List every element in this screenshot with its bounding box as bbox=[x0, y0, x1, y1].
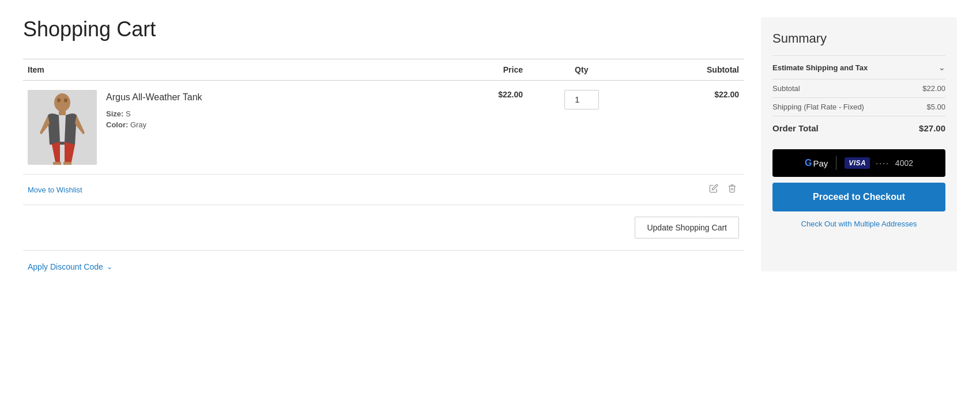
discount-label: Apply Discount Code bbox=[28, 262, 103, 271]
checkout-button[interactable]: Proceed to Checkout bbox=[772, 183, 945, 211]
qty-input[interactable] bbox=[564, 90, 599, 109]
svg-point-5 bbox=[57, 99, 61, 103]
color-value: Gray bbox=[130, 120, 146, 129]
actions-cell: Move to Wishlist bbox=[28, 181, 739, 198]
page-container: Shopping Cart Item Price Qty Subtotal bbox=[0, 0, 980, 289]
trash-icon bbox=[728, 184, 737, 193]
gpay-divider bbox=[836, 156, 836, 170]
order-total-label: Order Total bbox=[772, 123, 819, 133]
shipping-value: $5.00 bbox=[926, 103, 945, 111]
subtotal-line: Subtotal $22.00 bbox=[772, 79, 945, 97]
shipping-estimate-row[interactable]: Estimate Shipping and Tax ⌄ bbox=[772, 55, 945, 79]
product-image-svg bbox=[28, 90, 97, 165]
product-name: Argus All-Weather Tank bbox=[106, 92, 202, 103]
visa-last4: 4002 bbox=[895, 158, 913, 168]
col-price-header: Price bbox=[420, 59, 528, 81]
svg-point-6 bbox=[64, 99, 67, 103]
edit-icon bbox=[709, 184, 718, 193]
size-value: S bbox=[126, 109, 131, 118]
product-image bbox=[28, 90, 97, 165]
size-label: Size: bbox=[106, 109, 123, 118]
subtotal-label: Subtotal bbox=[772, 84, 800, 93]
edit-button[interactable] bbox=[707, 181, 721, 198]
product-details: Argus All-Weather Tank Size: S Color: Gr… bbox=[106, 90, 202, 131]
gpay-logo: G Pay bbox=[805, 158, 828, 168]
cart-footer: Update Shopping Cart bbox=[23, 205, 744, 251]
svg-rect-4 bbox=[63, 162, 71, 165]
visa-dots: ···· bbox=[876, 158, 889, 168]
cart-table-header: Item Price Qty Subtotal bbox=[23, 59, 744, 81]
apply-discount-button[interactable]: Apply Discount Code ⌄ bbox=[28, 262, 112, 271]
shipping-label: Shipping (Flat Rate - Fixed) bbox=[772, 103, 864, 111]
summary-title: Summary bbox=[772, 31, 945, 46]
wishlist-link[interactable]: Move to Wishlist bbox=[28, 186, 82, 194]
col-item-header: Item bbox=[23, 59, 420, 81]
order-total-value: $27.00 bbox=[919, 123, 945, 133]
chevron-down-icon: ⌄ bbox=[107, 263, 112, 271]
qty-cell bbox=[527, 81, 636, 175]
col-qty-header: Qty bbox=[527, 59, 636, 81]
update-cart-button[interactable]: Update Shopping Cart bbox=[635, 217, 739, 239]
svg-point-1 bbox=[54, 93, 70, 112]
actions-row: Move to Wishlist bbox=[23, 175, 744, 205]
visa-badge: VISA bbox=[845, 157, 870, 169]
col-subtotal-header: Subtotal bbox=[636, 59, 744, 81]
subtotal-value: $22.00 bbox=[922, 84, 945, 93]
cart-table-body: Argus All-Weather Tank Size: S Color: Gr… bbox=[23, 81, 744, 205]
cart-table: Item Price Qty Subtotal bbox=[23, 59, 744, 205]
page-title: Shopping Cart bbox=[23, 17, 744, 41]
item-cell: Argus All-Weather Tank Size: S Color: Gr… bbox=[23, 81, 420, 175]
order-total-line: Order Total $27.00 bbox=[772, 116, 945, 140]
delete-button[interactable] bbox=[725, 181, 739, 198]
summary-sidebar: Summary Estimate Shipping and Tax ⌄ Subt… bbox=[761, 17, 957, 271]
actions-cell-container: Move to Wishlist bbox=[23, 175, 744, 205]
subtotal-cell: $22.00 bbox=[636, 81, 744, 175]
product-cell: Argus All-Weather Tank Size: S Color: Gr… bbox=[28, 90, 415, 165]
svg-rect-2 bbox=[59, 111, 66, 115]
product-color: Color: Gray bbox=[106, 120, 202, 129]
color-label: Color: bbox=[106, 120, 128, 129]
chevron-down-icon: ⌄ bbox=[938, 63, 945, 72]
table-row: Argus All-Weather Tank Size: S Color: Gr… bbox=[23, 81, 744, 175]
shipping-line: Shipping (Flat Rate - Fixed) $5.00 bbox=[772, 97, 945, 116]
main-content: Shopping Cart Item Price Qty Subtotal bbox=[23, 17, 744, 271]
discount-section: Apply Discount Code ⌄ bbox=[23, 251, 744, 271]
product-size: Size: S bbox=[106, 109, 202, 118]
price-cell: $22.00 bbox=[420, 81, 528, 175]
table-header-row: Item Price Qty Subtotal bbox=[23, 59, 744, 81]
gpay-button[interactable]: G Pay VISA ···· 4002 bbox=[772, 149, 945, 177]
action-icons bbox=[707, 181, 739, 198]
shipping-estimate-label: Estimate Shipping and Tax bbox=[772, 63, 868, 72]
gpay-pay: Pay bbox=[813, 158, 828, 168]
svg-rect-3 bbox=[53, 162, 61, 165]
gpay-g: G bbox=[805, 158, 812, 168]
multi-address-link[interactable]: Check Out with Multiple Addresses bbox=[772, 220, 945, 228]
